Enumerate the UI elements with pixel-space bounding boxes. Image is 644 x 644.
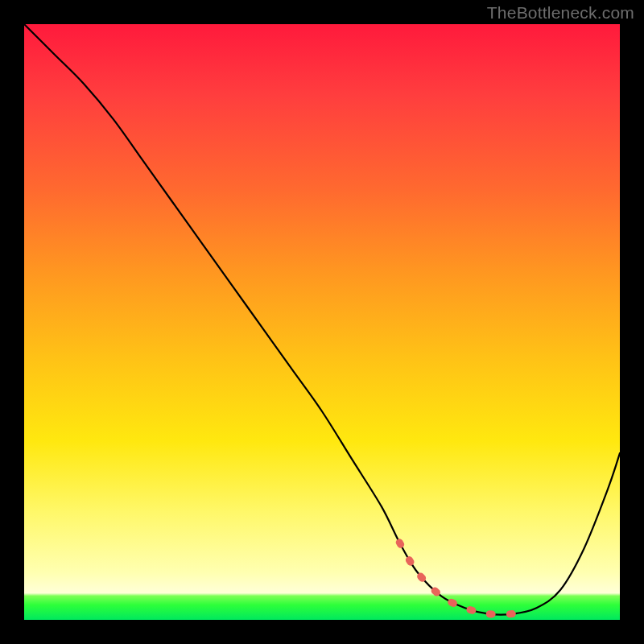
- chart-frame: TheBottleneck.com: [0, 0, 644, 644]
- chart-svg: [24, 24, 620, 620]
- watermark-text: TheBottleneck.com: [487, 3, 634, 23]
- plot-area: [24, 24, 620, 620]
- optimal-range-marker: [399, 543, 513, 614]
- bottleneck-curve: [24, 24, 620, 615]
